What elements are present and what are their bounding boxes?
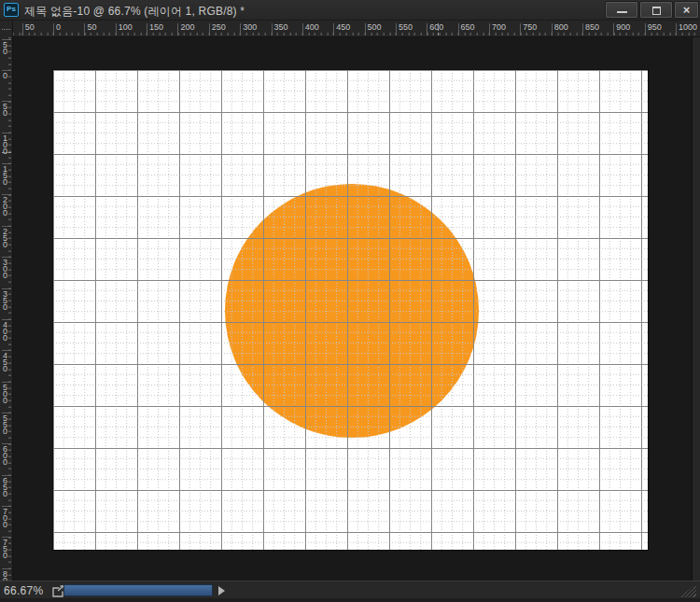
ruler-tick	[302, 23, 303, 35]
close-button[interactable]: ×	[675, 2, 698, 18]
ruler-label: 7 0 0	[3, 509, 7, 528]
ruler-tick	[209, 23, 210, 35]
ruler-label: 7 5 0	[3, 539, 7, 559]
ruler-label: 4 0 0	[3, 322, 7, 342]
ruler-label: 3 0 0	[3, 259, 7, 279]
ruler-label: 6 5 0	[3, 478, 7, 497]
ruler-label: 50	[87, 22, 96, 32]
ruler-label: 800	[554, 22, 568, 32]
vertical-ruler[interactable]: 5 005 01 0 01 5 02 0 02 5 03 0 03 5 04 0…	[0, 37, 13, 581]
horizontal-scrollbar[interactable]	[62, 583, 231, 597]
ruler-tick	[240, 23, 241, 35]
ruler-tick	[520, 23, 521, 35]
ruler-label: 1000	[679, 22, 697, 32]
ruler-label: 100	[119, 22, 133, 32]
canvas[interactable]	[53, 70, 648, 550]
ruler-tick	[365, 23, 366, 35]
ruler-tick	[582, 23, 583, 35]
ruler-cursor-marker-x	[438, 23, 439, 35]
ruler-tick	[613, 23, 614, 35]
ruler-tick	[396, 23, 397, 35]
ruler-label: 5 5 0	[3, 415, 7, 435]
ruler-label: 450	[336, 22, 350, 32]
ruler-label: 6 0 0	[3, 446, 7, 466]
ruler-label: 50	[25, 22, 35, 32]
minimize-button[interactable]	[606, 2, 637, 18]
ruler-cursor-marker-y	[2, 152, 11, 153]
grid-overlay	[53, 70, 648, 550]
maximize-icon	[652, 7, 661, 15]
vertical-scrollbar-track[interactable]	[692, 37, 700, 581]
ruler-label: 200	[180, 22, 194, 32]
ruler-label: 250	[212, 22, 226, 32]
ruler-tick	[458, 23, 459, 35]
ruler-label: 950	[648, 22, 662, 32]
zoom-level-field[interactable]: 66.67%	[4, 584, 44, 597]
ruler-tick	[427, 23, 427, 35]
ruler-label: 700	[492, 22, 506, 32]
title-bar[interactable]: Ps 제목 없음-10 @ 66.7% (레이어 1, RGB/8) * ×	[0, 0, 700, 21]
ruler-label: 2 5 0	[3, 229, 7, 248]
ruler-label: 650	[461, 22, 475, 32]
window-title: 제목 없음-10 @ 66.7% (레이어 1, RGB/8) *	[24, 4, 245, 20]
ruler-label: 550	[399, 22, 413, 32]
ruler-tick	[272, 23, 273, 35]
scroll-right-arrow[interactable]	[218, 586, 225, 595]
ruler-tick	[333, 23, 334, 35]
ruler-tick	[53, 23, 54, 35]
ruler-label: 900	[616, 22, 630, 32]
ruler-tick	[84, 23, 85, 35]
document-viewport[interactable]	[13, 37, 700, 581]
canvas-artwork	[53, 70, 648, 550]
ruler-corner[interactable]	[0, 21, 13, 37]
ruler-label: 1 5 0	[3, 166, 7, 186]
ruler-label: 400	[305, 22, 319, 32]
ruler-label: 4 5 0	[3, 353, 7, 372]
status-bar: 66.67%	[0, 581, 700, 602]
ruler-label: 2 0 0	[3, 197, 7, 217]
ruler-tick	[645, 23, 646, 35]
ruler-tick	[147, 23, 147, 35]
photoshop-document-window: Ps 제목 없음-10 @ 66.7% (레이어 1, RGB/8) * × 5…	[0, 0, 700, 602]
ruler-label: 750	[523, 22, 537, 32]
ruler-tick	[177, 23, 178, 35]
ruler-label: 0	[3, 73, 7, 79]
ruler-label: 3 5 0	[3, 291, 7, 311]
ruler-tick	[676, 23, 677, 35]
horizontal-ruler[interactable]: 5005010015020025030035040045050055060065…	[0, 21, 700, 37]
close-icon: ×	[676, 3, 697, 17]
ruler-tick	[552, 23, 553, 35]
ruler-label: 150	[149, 22, 163, 32]
ruler-label: 5 0 0	[3, 385, 7, 404]
maximize-button[interactable]	[640, 2, 672, 18]
ruler-tick	[22, 23, 23, 35]
photoshop-app-icon: Ps	[4, 3, 19, 17]
scrollbar-thumb[interactable]	[63, 584, 213, 596]
ruler-label: 500	[368, 22, 382, 32]
minimize-icon	[617, 11, 627, 13]
ruler-label: 5 0	[3, 104, 7, 117]
window-controls: ×	[603, 2, 698, 19]
window-resize-grip[interactable]	[680, 583, 696, 597]
ruler-tick	[489, 23, 490, 35]
ruler-label: 5 0	[3, 42, 7, 55]
ruler-label: 300	[243, 22, 257, 32]
ruler-label: 0	[56, 22, 61, 32]
ruler-label: 600	[429, 22, 443, 32]
ruler-tick	[116, 23, 117, 35]
ruler-label: 850	[585, 22, 599, 32]
ruler-label: 350	[274, 22, 288, 32]
